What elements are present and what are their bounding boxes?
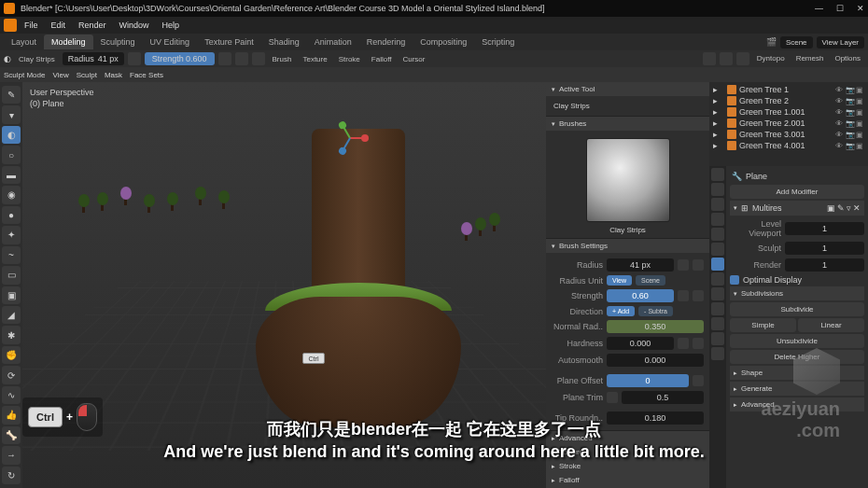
brush-preview[interactable] <box>586 138 670 222</box>
output-props-tab[interactable] <box>711 183 724 196</box>
multires-header[interactable]: ⊞Multires▣✎▿✕ <box>730 201 864 216</box>
options-menu[interactable]: Options <box>831 52 864 65</box>
radius-field[interactable]: Radius41 px <box>63 52 124 65</box>
tab-layout[interactable]: Layout <box>4 35 44 49</box>
optimal-display-checkbox[interactable]: Optimal Display <box>730 273 864 286</box>
strength-value[interactable]: 0.60 <box>607 289 674 302</box>
close-icon[interactable]: ✕ <box>853 203 861 213</box>
direction-add-icon[interactable] <box>235 52 248 65</box>
thumb-tool[interactable]: 👍 <box>2 406 21 424</box>
menu-help[interactable]: Help <box>157 19 186 32</box>
unit-view-button[interactable]: View <box>607 275 632 286</box>
nav-gizmo[interactable] <box>331 119 369 157</box>
menu-edit[interactable]: Edit <box>46 19 72 32</box>
fill-tool[interactable]: ▣ <box>2 286 21 304</box>
direction-sub-icon[interactable] <box>252 52 265 65</box>
world-props-tab[interactable] <box>711 228 724 241</box>
draw-sharp-tool[interactable]: ▾ <box>2 105 21 123</box>
remesh-menu[interactable]: Remesh <box>792 52 828 65</box>
nudge-tool[interactable]: → <box>2 446 21 464</box>
level-sculpt-value[interactable]: 1 <box>785 242 864 255</box>
generate-header[interactable]: Generate <box>730 382 864 396</box>
dir-sub-button[interactable]: - Subtra <box>638 306 673 316</box>
scene-selector[interactable]: Scene <box>780 36 813 49</box>
brush-name[interactable]: Clay Strips <box>15 53 59 65</box>
tab-sculpting[interactable]: Sculpting <box>93 35 143 49</box>
tab-texture-paint[interactable]: Texture Paint <box>197 35 261 49</box>
brush-selector-name[interactable]: Clay Strips <box>552 226 704 234</box>
sculpt-menu[interactable]: Sculpt <box>77 71 97 79</box>
cage-icon[interactable]: ▿ <box>847 203 851 213</box>
brushes-header[interactable]: Brushes <box>546 117 709 131</box>
dyntopo-toggle[interactable]: Dyntopo <box>753 52 789 65</box>
outliner-item[interactable]: ▸Green Tree 1.001👁📷▣ <box>711 106 866 118</box>
outliner-item[interactable]: ▸Green Tree 1👁📷▣ <box>711 84 866 95</box>
level-render-value[interactable]: 1 <box>785 258 864 272</box>
rotate-tool[interactable]: ↻ <box>2 467 21 484</box>
clay-tool[interactable]: ○ <box>2 146 21 163</box>
view-menu[interactable]: View <box>52 71 68 79</box>
menu-window[interactable]: Window <box>114 19 155 32</box>
unit-scene-button[interactable]: Scene <box>636 275 665 286</box>
texture-menu[interactable]: Texture <box>299 53 330 65</box>
material-props-tab[interactable] <box>711 332 724 345</box>
sym-y-icon[interactable] <box>720 52 733 65</box>
pinch-tool[interactable]: ✱ <box>2 326 21 343</box>
simple-button[interactable]: Simple <box>730 318 796 332</box>
smooth-tool[interactable]: ~ <box>2 246 21 264</box>
maximize-icon[interactable]: ☐ <box>836 4 844 13</box>
flatten-tool[interactable]: ▭ <box>2 266 21 284</box>
blender-icon[interactable] <box>4 19 17 32</box>
subdivide-button[interactable]: Subdivide <box>730 302 864 316</box>
brush-menu[interactable]: Brush <box>269 53 296 65</box>
tab-uv[interactable]: UV Editing <box>143 35 198 49</box>
breadcrumb-plane[interactable]: Plane <box>746 172 767 181</box>
tab-compositing[interactable]: Compositing <box>413 35 474 49</box>
elastic-tool[interactable]: ⟳ <box>2 366 21 383</box>
advanced-header[interactable]: Advanced <box>730 397 864 411</box>
falloff-menu[interactable]: Falloff <box>368 53 396 65</box>
clay-strips-tool[interactable]: ◐ <box>2 126 21 144</box>
tip-roundness-value[interactable]: 0.180 <box>607 411 704 425</box>
outliner[interactable]: ▸Green Tree 1👁📷▣ ▸Green Tree 2👁📷▣ ▸Green… <box>709 82 868 166</box>
constraint-props-tab[interactable] <box>711 302 724 315</box>
stroke-header[interactable]: Stroke <box>546 459 709 473</box>
particle-props-tab[interactable] <box>711 272 724 286</box>
texture-header[interactable]: Texture <box>546 445 709 459</box>
object-props-tab[interactable] <box>711 243 724 256</box>
link-icon[interactable] <box>693 290 704 301</box>
outliner-item[interactable]: ▸Green Tree 2👁📷▣ <box>711 95 866 106</box>
outliner-item[interactable]: ▸Green Tree 3.001👁📷▣ <box>711 129 866 140</box>
dir-add-button[interactable]: + Add <box>607 306 635 316</box>
radius-value[interactable]: 41 px <box>607 258 674 272</box>
level-viewport-value[interactable]: 1 <box>785 222 864 235</box>
viewlayer-selector[interactable]: View Layer <box>817 36 864 49</box>
grab-tool[interactable]: ✊ <box>2 346 21 364</box>
brush-settings-header[interactable]: Brush Settings <box>546 239 709 253</box>
snake-tool[interactable]: ∿ <box>2 386 21 404</box>
crease-tool[interactable]: ✦ <box>2 226 21 244</box>
delete-higher-button[interactable]: Delete Higher <box>730 350 864 364</box>
data-props-tab[interactable] <box>711 317 724 330</box>
minimize-icon[interactable]: — <box>815 4 823 13</box>
stroke-menu[interactable]: Stroke <box>335 53 364 65</box>
inflate-tool[interactable]: ◉ <box>2 186 21 203</box>
strength-field[interactable]: Strength 0.600 <box>145 52 215 65</box>
mode-selector[interactable]: Sculpt Mode <box>4 71 45 79</box>
tab-animation[interactable]: Animation <box>307 35 359 49</box>
subdivisions-header[interactable]: Subdivisions <box>730 286 864 300</box>
tab-rendering[interactable]: Rendering <box>359 35 413 49</box>
cursor-menu[interactable]: Cursor <box>399 53 428 65</box>
scene-props-tab[interactable] <box>711 213 724 226</box>
texture-props-tab[interactable] <box>711 347 724 360</box>
draw-tool[interactable]: ✎ <box>2 86 21 104</box>
scrape-tool[interactable]: ◢ <box>2 306 21 324</box>
shape-header[interactable]: Shape <box>730 366 864 380</box>
physics-props-tab[interactable] <box>711 287 724 300</box>
falloff-header[interactable]: Falloff <box>546 473 709 487</box>
view-props-tab[interactable] <box>711 198 724 211</box>
menu-file[interactable]: File <box>19 19 44 32</box>
layer-tool[interactable]: ▬ <box>2 166 21 184</box>
checkbox-icon[interactable] <box>607 392 618 403</box>
sym-z-icon[interactable] <box>736 52 749 65</box>
